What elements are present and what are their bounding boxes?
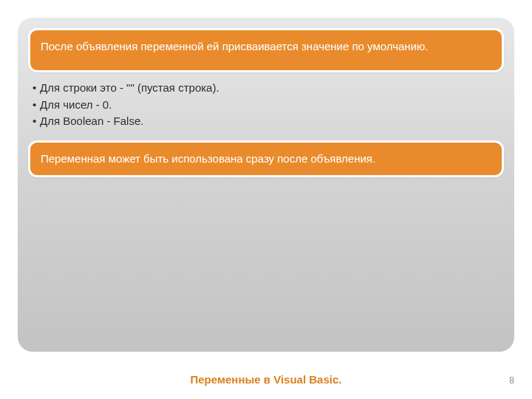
bullet-text: Для строки это - "" (пустая строка). bbox=[40, 80, 219, 97]
list-item: • Для Boolean - False. bbox=[33, 113, 499, 130]
callout-usage: Переменная может быть использована сразу… bbox=[28, 140, 504, 177]
callout-default-value-text: После объявления переменной ей присваива… bbox=[41, 40, 428, 52]
list-item: • Для строки это - "" (пустая строка). bbox=[33, 80, 499, 97]
bullet-dot: • bbox=[33, 113, 40, 130]
callout-default-value: После объявления переменной ей присваива… bbox=[28, 28, 504, 72]
list-item: • Для чисел - 0. bbox=[33, 97, 499, 114]
page-number: 8 bbox=[509, 375, 514, 386]
slide-title: Переменные в Visual Basic. bbox=[0, 373, 532, 386]
bullet-text: Для Boolean - False. bbox=[40, 113, 143, 130]
bullet-list: • Для строки это - "" (пустая строка). •… bbox=[33, 80, 499, 130]
bullet-dot: • bbox=[33, 97, 40, 114]
callout-usage-text: Переменная может быть использована сразу… bbox=[41, 151, 375, 166]
content-panel: После объявления переменной ей присваива… bbox=[18, 18, 514, 352]
bullet-dot: • bbox=[33, 80, 40, 97]
bullet-text: Для чисел - 0. bbox=[40, 97, 112, 114]
